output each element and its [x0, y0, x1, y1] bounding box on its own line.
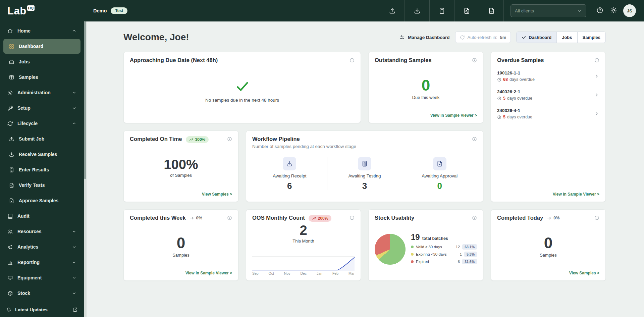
info-icon[interactable] [227, 137, 232, 143]
sidebar-item-submit-job[interactable]: Submit Job [3, 131, 80, 146]
sidebar-item-label: Administration [17, 90, 51, 95]
info-icon[interactable] [472, 215, 477, 222]
settings-gear-icon[interactable] [610, 7, 617, 15]
sidebar-item-lifecycle[interactable]: Lifecycle [3, 116, 80, 131]
sidebar-item-home[interactable]: Home [3, 23, 80, 38]
tab-label: Dashboard [529, 35, 551, 40]
tab-samples[interactable]: Samples [577, 32, 605, 43]
help-icon[interactable] [596, 7, 603, 15]
submit-job-button[interactable] [380, 0, 405, 21]
sliders-icon [399, 35, 405, 40]
view-in-sample-viewer-link[interactable]: View in Sample Viewer > [185, 271, 232, 275]
enter-results-icon [9, 167, 14, 173]
card-title: Completed On Time [130, 136, 182, 142]
chevron-up-icon [72, 121, 76, 126]
sidebar-item-label: Setup [17, 105, 31, 111]
sidebar-item-audit[interactable]: Audit [3, 209, 80, 223]
sidebar-item-dashboard[interactable]: Dashboard [3, 39, 80, 54]
legend-color-dot [411, 253, 414, 256]
info-icon[interactable] [472, 58, 477, 64]
chevron-down-icon [72, 245, 76, 249]
sidebar-nav: HomeDashboardJobsSamplesAdministrationSe… [0, 21, 84, 302]
x-tick-label: Dec [300, 271, 307, 275]
legend-pct-badge: 5.3% [464, 252, 477, 257]
sidebar-item-label: Samples [19, 74, 38, 80]
client-filter-select[interactable]: All clients [511, 4, 586, 17]
enter-results-icon [358, 157, 371, 170]
sidebar-scrollbar[interactable] [84, 21, 87, 317]
sidebar-item-stock[interactable]: Stock [3, 286, 80, 301]
stage-value: 0 [437, 181, 442, 190]
approve-samples-button[interactable] [479, 0, 504, 21]
sidebar-item-verify-tests[interactable]: Verify Tests [3, 178, 80, 193]
info-icon[interactable] [594, 215, 599, 222]
sidebar-item-label: Approve Samples [19, 198, 58, 203]
badge-value: 100% [195, 137, 206, 142]
sidebar-item-analytics[interactable]: Analytics [3, 240, 80, 254]
sidebar-item-approve-samples[interactable]: Approve Samples [3, 193, 80, 208]
sidebar-item-setup[interactable]: Setup [3, 101, 80, 115]
overdue-sample-row[interactable]: 240326-4-15days overdue [497, 104, 599, 123]
sidebar-item-label: Enter Results [19, 167, 49, 172]
tab-dashboard[interactable]: Dashboard [517, 32, 556, 43]
info-icon[interactable] [350, 215, 355, 222]
sidebar-item-administration[interactable]: Administration [3, 85, 80, 100]
avatar[interactable]: JS [623, 4, 636, 17]
manage-dashboard-button[interactable]: Manage Dashboard [399, 35, 450, 40]
clock-icon [497, 96, 501, 101]
info-icon[interactable] [472, 137, 477, 143]
view-in-sample-viewer-link[interactable]: View in Sample Viewer > [430, 113, 477, 118]
analytics-icon [7, 244, 13, 250]
card-title: Outstanding Samples [375, 57, 432, 63]
chevron-down-icon [72, 260, 76, 265]
view-samples-link[interactable]: View Samples > [202, 192, 232, 197]
info-icon[interactable] [227, 215, 232, 222]
sidebar-item-latest-updates[interactable]: Latest Updates [0, 302, 84, 317]
legend-count: 12 [454, 245, 460, 249]
overdue-days: 5 [503, 115, 505, 119]
stage-label: Awaiting Receipt [273, 173, 306, 178]
verify-tests-button[interactable] [454, 0, 479, 21]
auto-refresh-control[interactable]: Auto-refresh in: 5m [455, 32, 511, 43]
view-in-sample-viewer-link[interactable]: View in Sample Viewer > [553, 192, 599, 197]
sidebar-item-receive-samples[interactable]: Receive Samples [3, 147, 80, 162]
card-completed-today: Completed Today 0% 0 Samples [491, 209, 606, 281]
receive-samples-button[interactable] [405, 0, 429, 21]
sidebar-item-jobs[interactable]: Jobs [3, 54, 80, 69]
logo[interactable]: Lab HQ [0, 0, 84, 21]
sample-id: 240326-4-1 [497, 108, 532, 113]
sidebar-item-resources[interactable]: Resources [3, 224, 80, 239]
refresh-icon [460, 35, 465, 40]
auto-refresh-label: Auto-refresh in: [468, 35, 497, 40]
info-icon[interactable] [594, 58, 599, 64]
sidebar: Lab HQ HomeDashboardJobsSamplesAdministr… [0, 0, 84, 317]
equipment-icon [7, 275, 13, 281]
stock-icon [7, 290, 13, 296]
overdue-sample-row[interactable]: 240326-2-15days overdue [497, 86, 599, 104]
page-title: Welcome, Joe! [123, 32, 189, 43]
overdue-sample-row[interactable]: 190126-1-168days overdue [497, 67, 599, 86]
receive-samples-icon [9, 152, 14, 157]
manage-dashboard-label: Manage Dashboard [408, 35, 450, 40]
stage-label: Awaiting Approval [422, 173, 458, 178]
view-samples-link[interactable]: View Samples > [569, 271, 599, 275]
info-icon[interactable] [350, 58, 355, 64]
sidebar-item-label: Dashboard [19, 44, 43, 49]
dashboard-grid: Approaching Due Date (Next 48h) No sampl… [123, 52, 606, 281]
card-title: Stock Usability [375, 215, 414, 221]
trend-up-badge: 200% [309, 215, 332, 222]
sidebar-item-equipment[interactable]: Equipment [3, 270, 80, 285]
enter-results-button[interactable] [429, 0, 454, 21]
pipeline-stage: Awaiting Testing3 [327, 157, 402, 190]
scrollbar-thumb[interactable] [84, 21, 86, 179]
sidebar-item-samples[interactable]: Samples [3, 70, 80, 85]
trend-up-icon [189, 138, 194, 142]
tab-label: Jobs [562, 35, 572, 40]
tab-jobs[interactable]: Jobs [556, 32, 577, 43]
verify-tests-icon [463, 7, 470, 14]
sidebar-item-enter-results[interactable]: Enter Results [3, 162, 80, 177]
completed-on-time-subtitle: of Samples [170, 173, 192, 178]
card-outstanding-samples: Outstanding Samples 0 Due this week View… [368, 52, 483, 123]
card-overdue-samples: Overdue Samples 190126-1-168days overdue… [491, 52, 606, 202]
sidebar-item-reporting[interactable]: Reporting [3, 255, 80, 270]
